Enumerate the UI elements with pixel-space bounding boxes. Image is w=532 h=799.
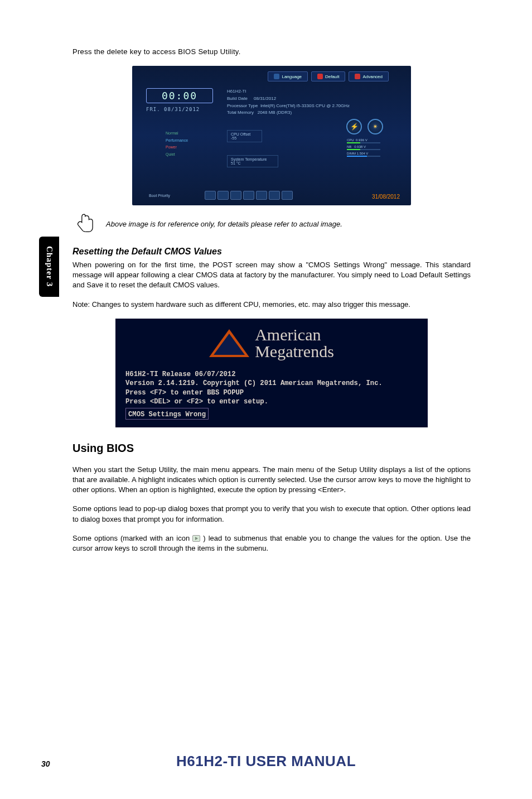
reset-para-2: Note: Changes to system hardware such as…	[72, 300, 471, 310]
cpu-offset-label: CPU Offset	[231, 132, 250, 136]
bios-screenshot: Language Default Advanced 00:00 FRI. 08/…	[132, 66, 411, 205]
boot-device-icon	[217, 191, 229, 200]
bios-tab-advanced-label: Advanced	[362, 74, 383, 79]
using-bios-heading: Using BIOS	[72, 442, 471, 455]
ami-logo-line1: American	[255, 326, 334, 343]
boot-device-icon	[269, 191, 280, 200]
ami-cmos-box: CMOS Settings Wrong	[125, 408, 209, 420]
profile-quiet: Quiet	[166, 151, 188, 158]
default-icon	[317, 74, 323, 79]
ami-line1: H61H2-TI Release 06/07/2012	[125, 370, 418, 379]
boot-device-icon	[282, 191, 293, 200]
bios-cpu-offset: CPU Offset -55	[227, 130, 262, 142]
page-content: Press the delete key to access BIOS Setu…	[0, 0, 532, 553]
reset-para-1: When powering on for the first time, the…	[72, 260, 471, 291]
ami-line2: Version 2.14.1219. Copyright (C) 2011 Am…	[125, 379, 418, 388]
reset-section-heading: Resetting the Default CMOS Values	[72, 247, 471, 257]
submenu-arrow-icon	[192, 535, 200, 542]
footer-title: H61H2-TI USER MANUAL	[0, 753, 532, 770]
bios-clock: 00:00	[146, 88, 213, 103]
gear-icon	[355, 74, 360, 79]
bios-corner-date: 31/08/2012	[372, 194, 400, 200]
ami-line4: Press <DEL> or <F2> to enter setup.	[125, 397, 418, 406]
ami-logo-row: American Megatrends	[115, 319, 428, 360]
globe-icon	[274, 74, 279, 79]
boot-device-icon	[230, 191, 241, 200]
bios-tab-language-label: Language	[282, 74, 302, 79]
using-bios-para2: Some options lead to pop-up dialog boxes…	[72, 504, 471, 524]
ami-screenshot: American Megatrends H61H2-TI Release 06/…	[115, 319, 428, 427]
bios-profiles: Normal Performance Power Quiet	[166, 130, 188, 158]
gauge-fan-icon: ✴	[367, 119, 383, 134]
bios-gauges: ⚡ ✴	[346, 119, 383, 134]
bios-build-row: Build Date 08/31/2012	[227, 95, 350, 103]
bios-tab-default: Default	[311, 71, 345, 81]
sys-temp-value: 51 °C	[231, 161, 267, 165]
boot-device-icon	[205, 191, 216, 200]
using-bios-para3: Some options (marked with an icon ) lead…	[72, 533, 471, 553]
bios-bottom-icons	[205, 191, 293, 200]
bios-sys-temp: System Temperature 51 °C	[227, 155, 278, 167]
ami-triangle-icon	[209, 329, 249, 357]
bios-clock-box: 00:00 FRI. 08/31/2012	[146, 88, 213, 112]
bios-info: H61H2-TI Build Date 08/31/2012 Processor…	[227, 88, 350, 117]
ami-logo-text: American Megatrends	[255, 326, 334, 360]
ami-cmos-text: CMOS Settings Wrong	[128, 411, 206, 418]
ami-logo-line2: Megatrends	[255, 343, 334, 360]
bios-tab-advanced: Advanced	[349, 71, 389, 81]
note-text: Above image is for reference only, for d…	[106, 220, 342, 228]
page-number: 30	[41, 759, 50, 768]
sys-temp-label: System Temperature	[231, 157, 267, 161]
bios-voltage-bars: CPU 0.936 V NB 0.938 V DIMM 1.504 V	[347, 138, 380, 158]
bios-tab-language: Language	[268, 71, 308, 81]
bios-boot-priority: Boot Priority	[149, 194, 170, 198]
intro-text: Press the delete key to access BIOS Setu…	[72, 47, 471, 56]
bios-top-tabs: Language Default Advanced	[268, 71, 389, 81]
bios-tab-default-label: Default	[325, 74, 339, 79]
bios-memory-row: Total Memory 2048 MB (DDR3)	[227, 109, 350, 117]
bios-model-label: H61H2-TI	[227, 88, 350, 95]
gauge-power-icon: ⚡	[346, 119, 362, 134]
note-row: Above image is for reference only, for d…	[72, 212, 471, 235]
bar-nb: NB 0.938 V	[347, 145, 380, 150]
pointing-hand-icon	[72, 212, 96, 235]
using-bios-para1: When you start the Setup Utility, the ma…	[72, 465, 471, 495]
chapter-tab: Chapter 3	[39, 237, 59, 297]
chapter-tab-label: Chapter 3	[45, 246, 54, 287]
profile-performance: Performance	[166, 137, 188, 145]
ami-line3: Press <F7> to enter BBS POPUP	[125, 388, 418, 397]
bios-processor-row: Processor Type Intel(R) Core(TM) i5-3330…	[227, 103, 350, 110]
boot-device-icon	[256, 191, 267, 200]
profile-normal: Normal	[166, 130, 188, 137]
profile-power: Power	[166, 144, 188, 151]
cpu-offset-value: -55	[231, 136, 250, 140]
boot-device-icon	[243, 191, 254, 200]
para3-part-a: Some options (marked with an icon	[72, 534, 192, 542]
bios-date: FRI. 08/31/2012	[146, 107, 213, 112]
bar-cpu: CPU 0.936 V	[347, 138, 380, 143]
ami-post-text: H61H2-TI Release 06/07/2012 Version 2.14…	[125, 370, 418, 420]
bar-dimm: DIMM 1.504 V	[347, 152, 380, 157]
